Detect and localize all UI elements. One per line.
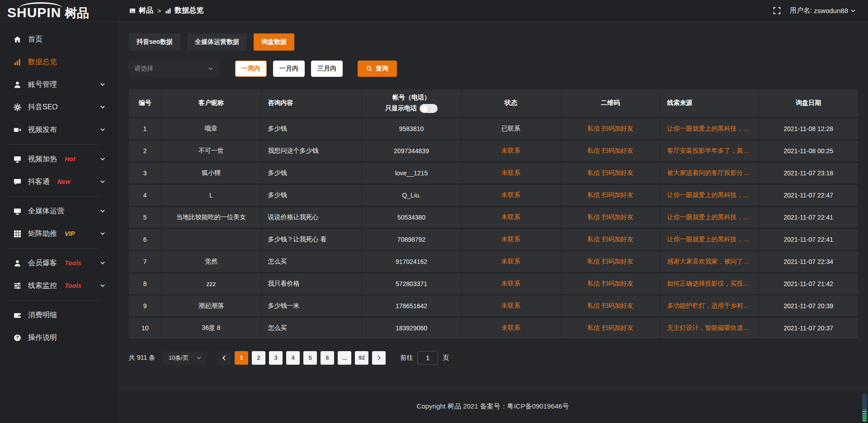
range-button[interactable]: 一月内 <box>273 61 305 77</box>
lead-source-link[interactable]: 让你一眼就爱上的黑科技，能... <box>660 118 759 140</box>
wallet-icon <box>14 311 21 319</box>
qrcode-link[interactable]: 私信 扫码加好友 <box>561 206 660 228</box>
customer-nickname: 潮起潮落 <box>161 295 261 317</box>
scrollbar-thumb[interactable] <box>862 393 867 422</box>
page-button[interactable]: 4 <box>286 351 300 365</box>
page-size-select[interactable]: 10条/页 <box>162 351 207 365</box>
account-phone: 917024162 <box>362 250 461 273</box>
user-menu[interactable]: 用户名: zswodun88 <box>790 6 856 15</box>
page-button[interactable]: 2 <box>252 351 265 365</box>
page-button[interactable]: 6 <box>321 351 334 365</box>
sidebar-item[interactable]: 抖音SEO <box>0 96 118 118</box>
page-button[interactable]: 5 <box>303 351 317 365</box>
range-button[interactable]: 一周内 <box>235 61 267 77</box>
lead-source-link[interactable]: 如何正确选择投影仪，买投影... <box>660 273 759 295</box>
filter-select-placeholder: 请选择 <box>134 65 153 73</box>
row-id: 9 <box>129 295 161 317</box>
sidebar-item-badge: VIP <box>65 230 75 237</box>
row-id: 7 <box>129 250 161 273</box>
fullscreen-icon[interactable] <box>773 7 781 14</box>
customer-nickname: 哦章 <box>161 118 261 140</box>
sidebar-item[interactable]: 线索监控Tools <box>0 274 118 297</box>
lead-source-link[interactable]: 被大家追着问的客厅投影分享... <box>660 162 759 184</box>
sidebar-item-badge: Hot <box>65 155 75 163</box>
chevron-down-icon <box>99 156 106 162</box>
prev-page-button[interactable] <box>217 351 231 365</box>
lead-source-link[interactable]: 客厅安装投影半年多了，真实... <box>660 140 759 162</box>
status: 未联系 <box>461 295 561 317</box>
inquiry-date: 2021-11-07 22:41 <box>759 228 858 250</box>
page-button[interactable]: 92 <box>355 351 368 365</box>
sidebar-item-label: 会员爆客 <box>28 258 57 268</box>
sidebar-item-label: 线索监控 <box>28 281 57 291</box>
lead-source-link[interactable]: 让你一眼就爱上的黑科技，能... <box>660 184 759 206</box>
sidebar-item[interactable]: ?操作说明 <box>0 326 118 349</box>
sidebar-item[interactable]: 数据总览 <box>0 51 118 73</box>
qrcode-link[interactable]: 私信 扫码加好友 <box>561 118 660 140</box>
qrcode-link[interactable]: 私信 扫码加好友 <box>561 250 660 273</box>
row-id: 6 <box>129 228 161 250</box>
lead-source-link[interactable]: 让你一眼就爱上的黑科技，能... <box>660 228 759 250</box>
customer-nickname: 36度 8 <box>161 317 261 339</box>
sidebar-item[interactable]: 消费明细 <box>0 304 118 326</box>
sidebar-item-label: 消费明细 <box>28 310 57 320</box>
filter-select[interactable]: 请选择 <box>129 61 219 77</box>
inquiry-date: 2021-11-07 20:37 <box>759 317 858 339</box>
goto-page-input[interactable] <box>417 351 438 365</box>
lead-source-link[interactable]: 多功能护栏灯，适用于乡村文... <box>660 295 759 317</box>
table-row: 7觉然怎么买917024162未联系私信 扫码加好友感谢大家喜欢我家，被问了好.… <box>129 250 858 273</box>
account-phone: 178651642 <box>362 295 461 317</box>
qrcode-link[interactable]: 私信 扫码加好友 <box>561 295 660 317</box>
sidebar-item[interactable]: 视频加热Hot <box>0 148 118 170</box>
sidebar-item-label: 抖音SEO <box>28 103 58 112</box>
breadcrumb-item[interactable]: 数据总览 <box>165 6 203 15</box>
row-id: 10 <box>129 317 161 339</box>
page-ellipsis[interactable]: ... <box>338 351 351 365</box>
inquiry-content: 怎么买 <box>261 250 362 273</box>
table-row: 1哦章多少钱9583810已联系私信 扫码加好友让你一眼就爱上的黑科技，能...… <box>129 118 858 140</box>
sidebar-item[interactable]: 视频发布 <box>0 118 118 141</box>
lead-source-link[interactable]: 无主灯设计，智能磁吸轨道灯... <box>660 317 759 339</box>
lead-source-link[interactable]: 让你一眼就爱上的黑科技，能... <box>660 206 759 228</box>
page-size-value: 10条/页 <box>169 354 189 362</box>
page-button[interactable]: 1 <box>235 351 248 365</box>
phone-only-toggle[interactable] <box>420 104 438 113</box>
gear-icon <box>14 103 21 111</box>
table-row: 6多少钱？让我死心 看70898792未联系私信 扫码加好友让你一眼就爱上的黑科… <box>129 228 858 250</box>
sidebar-item[interactable]: 首页 <box>0 28 118 51</box>
range-button[interactable]: 三月内 <box>311 61 343 77</box>
search-button[interactable]: 查询 <box>358 61 397 77</box>
inquiry-content: 说说价格让我死心 <box>261 206 362 228</box>
account-column-title: 帐号（电话） <box>367 94 457 102</box>
sidebar-item[interactable]: 抖客通New <box>0 170 118 193</box>
tab-1[interactable]: 抖音seo数据 <box>129 33 180 51</box>
qrcode-link[interactable]: 私信 扫码加好友 <box>561 273 660 295</box>
next-page-button[interactable] <box>372 351 386 365</box>
chevron-down-icon <box>99 81 106 88</box>
chat-icon <box>14 178 21 186</box>
sidebar-item-label: 矩阵助推 <box>28 229 57 239</box>
qrcode-link[interactable]: 私信 扫码加好友 <box>561 228 660 250</box>
sidebar-item[interactable]: 账号管理 <box>0 73 118 96</box>
logo-text-en: SHUPIN <box>7 2 61 19</box>
chevron-down-icon <box>99 104 106 110</box>
lead-source-link[interactable]: 感谢大家喜欢我家，被问了好... <box>660 250 759 273</box>
sidebar-item[interactable]: 矩阵助推VIP <box>0 222 118 245</box>
tab-3[interactable]: 询盘数据 <box>254 33 294 51</box>
qrcode-link[interactable]: 私信 扫码加好友 <box>561 184 660 206</box>
qrcode-link[interactable]: 私信 扫码加好友 <box>561 317 660 339</box>
chevron-right-icon <box>376 355 382 361</box>
breadcrumb-item[interactable]: 树品 <box>129 6 153 15</box>
account-phone: 9583810 <box>362 118 461 140</box>
sidebar-item-label: 视频加热 <box>28 155 57 164</box>
chevron-down-icon <box>99 230 106 237</box>
sidebar-item-label: 操作说明 <box>28 333 57 343</box>
sidebar-item[interactable]: 全媒体运营 <box>0 200 118 222</box>
inquiry-content: 多少钱？让我死心 看 <box>261 228 362 250</box>
qrcode-link[interactable]: 私信 扫码加好友 <box>561 162 660 184</box>
tab-2[interactable]: 全媒体运营数据 <box>187 33 247 51</box>
qrcode-link[interactable]: 私信 扫码加好友 <box>561 140 660 162</box>
page-button[interactable]: 3 <box>269 351 283 365</box>
monitor-icon <box>14 155 21 163</box>
sidebar-item[interactable]: 会员爆客Tools <box>0 252 118 274</box>
